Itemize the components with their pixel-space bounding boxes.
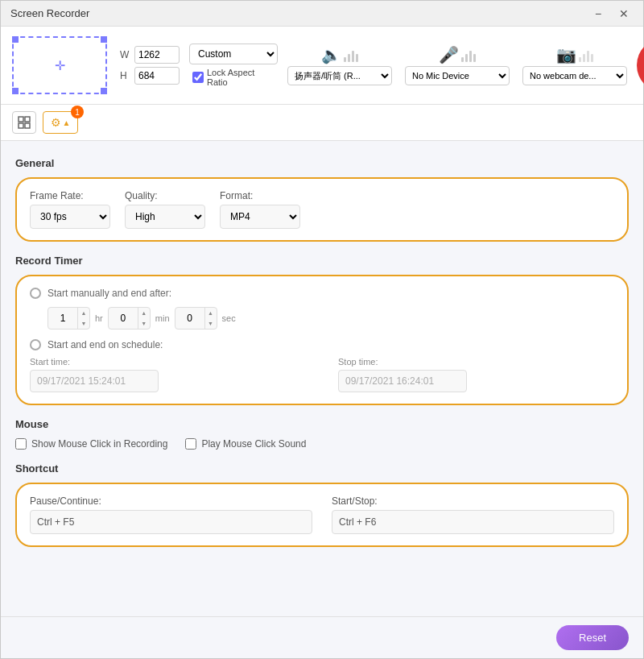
webcam-icon-row: 📷 bbox=[556, 45, 593, 64]
capture-center-icon: ✛ bbox=[55, 58, 65, 73]
lock-checkbox[interactable] bbox=[192, 72, 204, 83]
svg-rect-2 bbox=[19, 123, 23, 128]
quality-select[interactable]: Low Medium High Lossless bbox=[125, 205, 205, 229]
hr-spinners: ▲ ▼ bbox=[77, 308, 89, 329]
start-stop-label: Start/Stop: bbox=[332, 495, 614, 507]
shortcut-row: Pause/Continue: Start/Stop: bbox=[30, 495, 614, 534]
play-sound-checkbox[interactable] bbox=[185, 438, 196, 450]
mic-select[interactable]: No Mic Device bbox=[405, 66, 510, 85]
speaker-icon: 🔈 bbox=[321, 45, 341, 64]
wbar3 bbox=[587, 51, 589, 62]
corner-br bbox=[101, 88, 107, 94]
titlebar-controls: − ✕ bbox=[588, 4, 634, 23]
min-up-btn[interactable]: ▲ bbox=[138, 308, 150, 318]
sec-up-btn[interactable]: ▲ bbox=[205, 308, 217, 318]
lock-label: Lock AspectRatio bbox=[207, 68, 254, 87]
min-down-btn[interactable]: ▼ bbox=[138, 318, 150, 329]
sec-input[interactable] bbox=[175, 308, 204, 329]
layout-icon bbox=[18, 116, 31, 129]
hr-input-wrap: ▲ ▼ bbox=[47, 307, 90, 330]
corner-tl bbox=[12, 36, 19, 43]
settings-gear-button[interactable]: ⚙ ▲ 1 bbox=[43, 111, 78, 134]
main-content: General Frame Rate: 15 fps 20 fps 24 fps… bbox=[1, 141, 643, 616]
format-label: Format: bbox=[220, 190, 300, 201]
sec-unit: sec bbox=[222, 313, 236, 323]
schedule-label: Start and end on schedule: bbox=[47, 339, 163, 350]
dimensions-section: W H bbox=[120, 46, 180, 85]
reset-button[interactable]: Reset bbox=[556, 625, 629, 650]
sec-input-wrap: ▲ ▼ bbox=[175, 307, 217, 330]
sec-spinners: ▲ ▼ bbox=[204, 308, 217, 329]
main-window: Screen Recorder − ✕ ✛ W H bbox=[0, 0, 644, 659]
window-title: Screen Recorder bbox=[10, 7, 588, 19]
corner-bl bbox=[12, 88, 19, 94]
svg-rect-0 bbox=[19, 117, 23, 122]
minimize-button[interactable]: − bbox=[588, 4, 608, 23]
bar1 bbox=[344, 57, 346, 62]
min-input[interactable] bbox=[109, 308, 138, 329]
lock-row: Lock AspectRatio bbox=[192, 68, 278, 87]
webcam-item: 📷 No webcam de... bbox=[522, 45, 627, 85]
wbar1 bbox=[579, 57, 581, 62]
rec-button[interactable]: REC bbox=[637, 38, 644, 93]
settings-bar: ⚙ ▲ 1 bbox=[1, 105, 643, 141]
height-label: H bbox=[120, 70, 131, 81]
wbar4 bbox=[591, 54, 593, 62]
layout-icon-button[interactable] bbox=[12, 111, 36, 134]
stop-time-label: Stop time: bbox=[338, 357, 614, 367]
show-click-checkbox[interactable] bbox=[15, 438, 27, 450]
format-group: Format: MP4 MOV AVI FLV TS GIF bbox=[220, 190, 300, 229]
frame-rate-select[interactable]: 15 fps 20 fps 24 fps 30 fps 60 fps bbox=[30, 205, 110, 229]
hr-down-btn[interactable]: ▼ bbox=[78, 318, 89, 329]
svg-rect-1 bbox=[25, 117, 30, 122]
mbar3 bbox=[469, 51, 472, 62]
start-time-group: Start time: bbox=[30, 357, 306, 392]
play-sound-item: Play Mouse Click Sound bbox=[185, 438, 306, 450]
mbar4 bbox=[473, 54, 476, 62]
start-time-input[interactable] bbox=[30, 370, 159, 392]
frame-rate-group: Frame Rate: 15 fps 20 fps 24 fps 30 fps … bbox=[30, 190, 110, 229]
capture-area[interactable]: ✛ bbox=[12, 36, 107, 94]
close-button[interactable]: ✕ bbox=[614, 4, 634, 23]
schedule-radio[interactable] bbox=[30, 339, 41, 350]
start-stop-group: Start/Stop: bbox=[332, 495, 614, 534]
manual-timer-row: Start manually and end after: bbox=[30, 288, 614, 299]
settings-badge: 1 bbox=[71, 106, 84, 118]
chevron-up-icon: ▲ bbox=[63, 118, 71, 127]
gear-icon: ⚙ bbox=[51, 116, 61, 129]
stop-time-input[interactable] bbox=[338, 370, 467, 392]
pause-input[interactable] bbox=[30, 510, 312, 534]
stop-time-group: Stop time: bbox=[338, 357, 614, 392]
timer-inputs: ▲ ▼ hr ▲ ▼ min ▲ ▼ bbox=[47, 307, 614, 330]
speaker-item: 🔈 扬声器/听筒 (R... bbox=[287, 45, 392, 85]
hr-up-btn[interactable]: ▲ bbox=[78, 308, 89, 318]
width-input[interactable] bbox=[134, 46, 180, 64]
general-section-title: General bbox=[15, 157, 629, 169]
manual-radio[interactable] bbox=[30, 288, 41, 299]
webcam-icon: 📷 bbox=[556, 45, 576, 64]
width-label: W bbox=[120, 49, 131, 60]
pause-label: Pause/Continue: bbox=[30, 495, 312, 507]
speaker-select[interactable]: 扬声器/听筒 (R... bbox=[287, 66, 392, 85]
shortcut-section-title: Shortcut bbox=[15, 462, 629, 475]
audio-section: 🔈 扬声器/听筒 (R... 🎤 bbox=[287, 45, 627, 85]
width-row: W bbox=[120, 46, 180, 64]
mouse-checkbox-row: Show Mouse Click in Recording Play Mouse… bbox=[15, 438, 629, 450]
height-row: H bbox=[120, 67, 180, 85]
sec-down-btn[interactable]: ▼ bbox=[205, 318, 217, 329]
time-fields-row: Start time: Stop time: bbox=[30, 357, 614, 392]
speaker-icon-row: 🔈 bbox=[321, 45, 358, 64]
frame-rate-label: Frame Rate: bbox=[30, 190, 110, 201]
start-stop-input[interactable] bbox=[332, 510, 614, 534]
format-select[interactable]: MP4 MOV AVI FLV TS GIF bbox=[220, 205, 300, 229]
show-click-item: Show Mouse Click in Recording bbox=[15, 438, 167, 450]
quality-label: Quality: bbox=[125, 190, 205, 201]
hr-input[interactable] bbox=[48, 308, 77, 329]
mic-bars bbox=[461, 48, 476, 62]
titlebar: Screen Recorder − ✕ bbox=[1, 1, 643, 27]
bar3 bbox=[352, 51, 354, 62]
webcam-select[interactable]: No webcam de... bbox=[522, 66, 627, 85]
preset-select[interactable]: Custom Full Screen 1920×1080 1280×720 bbox=[189, 44, 278, 64]
schedule-row: Start and end on schedule: bbox=[30, 339, 614, 350]
height-input[interactable] bbox=[134, 67, 180, 85]
